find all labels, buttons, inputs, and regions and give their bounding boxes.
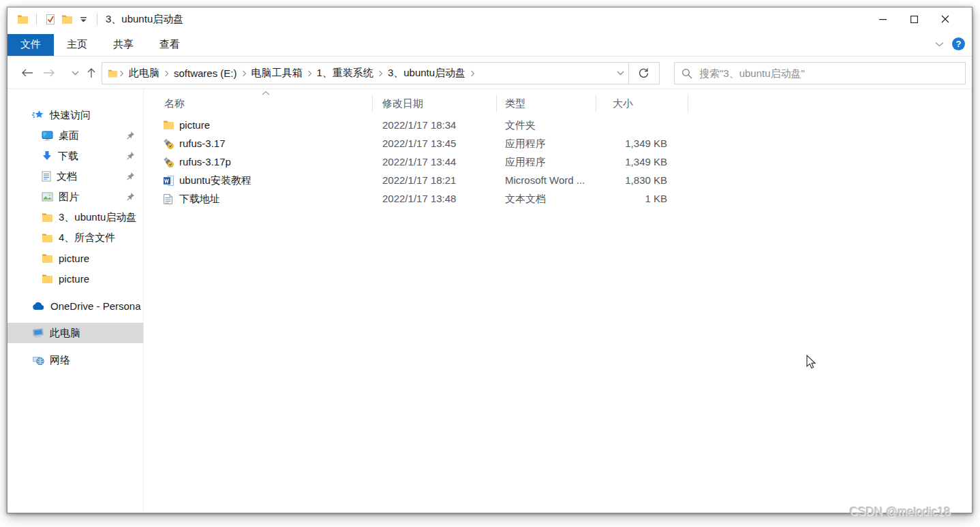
column-header-date[interactable]: 修改日期: [382, 97, 423, 110]
sidebar-item-onedrive[interactable]: OneDrive - Persona: [7, 296, 143, 316]
titlebar: 3、ubuntu启动盘: [7, 7, 972, 31]
breadcrumb-reinstall[interactable]: 1、重装系统: [312, 67, 378, 80]
sidebar-item-desktop[interactable]: 桌面: [7, 125, 143, 146]
sidebar-item-included-files-folder[interactable]: 4、所含文件: [7, 227, 143, 248]
navigation-pane: 快速访问 桌面 下载: [7, 89, 144, 513]
address-dropdown-chevron-icon[interactable]: [617, 71, 624, 76]
sidebar-item-picture-folder[interactable]: picture: [7, 268, 143, 289]
document-icon: [42, 171, 51, 182]
file-type: 文件夹: [505, 119, 536, 132]
up-button[interactable]: [81, 62, 102, 84]
forward-button[interactable]: [39, 62, 59, 84]
breadcrumb-chevron-icon[interactable]: [378, 70, 383, 77]
collapse-ribbon-chevron-icon[interactable]: [935, 42, 944, 47]
breadcrumb: 此电脑 softwares (E:) 电脑工具箱 1、重装系统 3、ubuntu…: [119, 67, 617, 80]
column-header-name[interactable]: 名称: [164, 97, 185, 110]
network-icon: [32, 355, 44, 366]
sidebar-item-label: 图片: [59, 191, 79, 204]
tab-share[interactable]: 共享: [100, 34, 147, 56]
window-controls: [867, 7, 961, 31]
refresh-button[interactable]: [628, 62, 660, 84]
column-resize-handle[interactable]: [372, 95, 373, 112]
column-header-size[interactable]: 大小: [596, 97, 667, 110]
sidebar-item-ubuntu-boot-folder[interactable]: 3、ubuntu启动盘: [7, 207, 143, 227]
new-folder-icon[interactable]: [59, 11, 75, 27]
minimize-button[interactable]: [867, 7, 898, 31]
properties-check-icon[interactable]: [42, 11, 59, 27]
file-date: 2022/1/17 18:34: [382, 119, 456, 131]
sidebar-item-pictures[interactable]: 图片: [7, 187, 143, 207]
tab-home[interactable]: 主页: [54, 34, 100, 56]
sidebar-item-label: 4、所含文件: [59, 231, 115, 244]
main-area: 快速访问 桌面 下载: [7, 89, 972, 513]
file-name: rufus-3.17p: [179, 156, 231, 167]
breadcrumb-current[interactable]: 3、ubuntu启动盘: [383, 67, 470, 80]
back-button[interactable]: [17, 62, 37, 84]
file-size: 1,349 KB: [596, 138, 667, 149]
sidebar-item-label: picture: [59, 253, 89, 264]
sidebar-item-this-pc[interactable]: 此电脑: [7, 323, 143, 343]
file-type: Microsoft Word ...: [505, 174, 585, 186]
address-folder-icon: [108, 69, 118, 78]
breadcrumb-chevron-icon[interactable]: [307, 70, 312, 77]
rufus-usb-icon: [163, 157, 174, 168]
column-header-type[interactable]: 类型: [505, 97, 525, 110]
sidebar-item-label: 下载: [58, 150, 78, 163]
titlebar-separator: [97, 14, 97, 25]
sidebar-item-picture-folder[interactable]: picture: [7, 248, 143, 268]
ribbon-tabs: 文件 主页 共享 查看 ?: [7, 31, 972, 57]
folder-icon: [42, 253, 53, 263]
column-resize-handle[interactable]: [496, 95, 497, 112]
pin-icon: [126, 131, 135, 140]
address-row: 此电脑 softwares (E:) 电脑工具箱 1、重装系统 3、ubuntu…: [7, 57, 972, 89]
breadcrumb-chevron-icon[interactable]: [470, 70, 475, 77]
window-title: 3、ubuntu启动盘: [106, 13, 183, 26]
customize-quick-access-icon[interactable]: [75, 11, 91, 27]
sidebar-item-label: OneDrive - Persona: [50, 300, 141, 312]
file-row-picture[interactable]: picture 2022/1/17 18:34 文件夹: [144, 116, 972, 135]
sidebar-item-quick-access[interactable]: 快速访问: [7, 105, 143, 125]
onedrive-cloud-icon: [32, 302, 45, 310]
column-resize-handle[interactable]: [688, 95, 688, 112]
quick-access-star-icon: [32, 110, 44, 121]
sidebar-item-label: 此电脑: [50, 327, 80, 340]
search-input[interactable]: [699, 67, 958, 79]
address-bar[interactable]: 此电脑 softwares (E:) 电脑工具箱 1、重装系统 3、ubuntu…: [102, 62, 629, 84]
file-row-rufus-p[interactable]: rufus-3.17p 2022/1/17 13:44 应用程序 1,349 K…: [144, 153, 972, 172]
sidebar-item-downloads[interactable]: 下载: [7, 146, 143, 166]
breadcrumb-toolbox[interactable]: 电脑工具箱: [247, 67, 307, 80]
sidebar-item-label: 3、ubuntu启动盘: [59, 211, 136, 224]
rufus-usb-icon: [163, 138, 174, 150]
word-document-icon: [163, 175, 174, 187]
file-date: 2022/1/17 13:45: [382, 138, 456, 149]
file-row-ubuntu-tutorial[interactable]: ubuntu安装教程 2022/1/17 18:21 Microsoft Wor…: [144, 172, 972, 190]
file-row-rufus[interactable]: rufus-3.17 2022/1/17 13:45 应用程序 1,349 KB: [144, 135, 972, 153]
watermark: CSDN @melodic18: [850, 505, 951, 519]
file-size: 1,349 KB: [596, 156, 667, 167]
close-button[interactable]: [930, 7, 961, 31]
sidebar-item-network[interactable]: 网络: [7, 350, 143, 370]
file-name: ubuntu安装教程: [179, 174, 251, 187]
sidebar-item-label: 文档: [57, 170, 77, 183]
pin-icon: [126, 151, 135, 160]
sidebar-item-label: picture: [59, 273, 89, 285]
sort-ascending-caret-icon[interactable]: [262, 91, 270, 95]
pin-icon: [126, 192, 135, 201]
tab-file[interactable]: 文件: [7, 34, 54, 56]
help-icon[interactable]: ?: [952, 37, 965, 50]
file-row-download-address[interactable]: 下载地址 2022/1/17 13:48 文本文档 1 KB: [144, 190, 972, 208]
maximize-button[interactable]: [898, 7, 930, 31]
breadcrumb-chevron-icon[interactable]: [119, 70, 124, 77]
breadcrumb-this-pc[interactable]: 此电脑: [124, 67, 164, 80]
file-date: 2022/1/17 13:48: [382, 193, 456, 204]
search-box: [674, 62, 966, 84]
file-name: 下载地址: [179, 193, 220, 206]
breadcrumb-drive[interactable]: softwares (E:): [169, 67, 242, 79]
breadcrumb-chevron-icon[interactable]: [164, 70, 169, 77]
folder-icon: [42, 274, 53, 283]
sidebar-item-documents[interactable]: 文档: [7, 166, 143, 187]
breadcrumb-chevron-icon[interactable]: [242, 70, 247, 77]
file-name: picture: [179, 119, 210, 131]
folder-icon: [42, 233, 53, 242]
tab-view[interactable]: 查看: [147, 34, 193, 56]
